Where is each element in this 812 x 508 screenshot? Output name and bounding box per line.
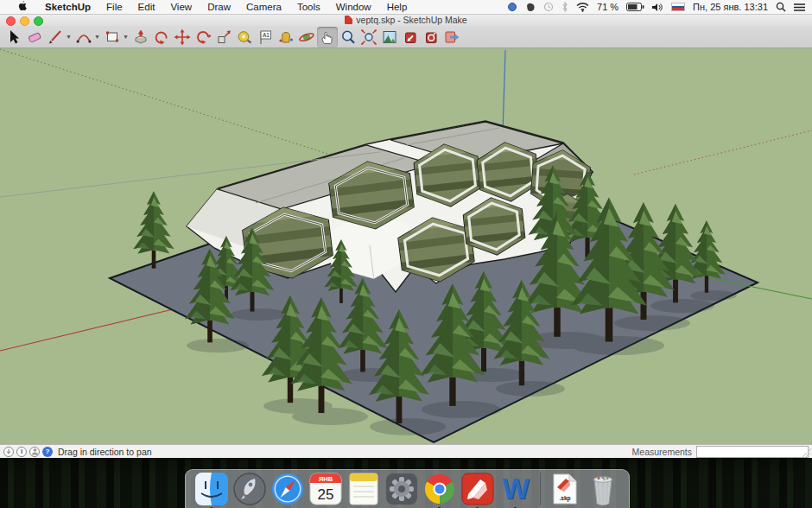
dock-item-calendar[interactable]: ЯНВ25 xyxy=(308,472,343,506)
measurements-label: Measurements xyxy=(632,447,692,457)
line-dropdown[interactable]: ▼ xyxy=(66,34,73,40)
wifi-icon[interactable] xyxy=(576,3,589,12)
viewport-canvas[interactable] xyxy=(0,48,812,444)
paint-bucket-icon xyxy=(277,29,295,46)
title-bar[interactable]: veptq.skp - SketchUp Make xyxy=(0,14,812,27)
sign-in-user-icon[interactable] xyxy=(29,447,40,457)
help-icon[interactable]: ? xyxy=(42,447,53,457)
dock-item-system-preferences[interactable] xyxy=(384,472,419,506)
tool-select[interactable] xyxy=(3,27,24,48)
battery-percent: 71 % xyxy=(597,2,619,12)
menu-camera[interactable]: Camera xyxy=(238,0,289,14)
tool-text[interactable]: A1 xyxy=(255,27,276,48)
input-language-flag-ru[interactable] xyxy=(671,3,685,11)
status-bar: i ? Drag in direction to pan Measurement… xyxy=(0,444,812,458)
dock-separator xyxy=(540,473,541,505)
document-icon xyxy=(345,16,352,24)
geolocation-icon[interactable] xyxy=(3,447,14,457)
notification-center-icon[interactable] xyxy=(794,3,805,12)
minimize-button[interactable] xyxy=(20,16,29,26)
menu-bar-left: SketchUp File Edit View Draw Camera Tool… xyxy=(0,0,415,15)
zoom-extents-icon xyxy=(360,29,377,46)
zoom-icon xyxy=(339,29,357,46)
notes-icon xyxy=(346,472,381,506)
arc-dropdown[interactable]: ▼ xyxy=(94,34,102,40)
tool-tape-measure[interactable] xyxy=(234,27,255,48)
status-hint: Drag in direction to pan xyxy=(58,447,152,457)
tool-arc[interactable] xyxy=(73,27,94,48)
tool-share-model[interactable] xyxy=(421,27,441,48)
zoom-window-button[interactable] xyxy=(34,16,43,26)
pan-hand-icon xyxy=(319,29,336,46)
share-model-icon xyxy=(422,29,440,46)
sketchup-icon xyxy=(460,472,495,506)
landscape-image-icon xyxy=(381,29,398,46)
toolbar: ▼ ▼ ▼ A1 xyxy=(0,26,812,48)
tool-eraser[interactable] xyxy=(24,27,45,48)
dock-item-skp-file[interactable]: .skp xyxy=(548,472,582,506)
tool-send-to-layout[interactable] xyxy=(441,27,462,48)
chrome-icon xyxy=(422,472,457,506)
move-icon xyxy=(174,29,191,46)
calendar-icon: ЯНВ25 xyxy=(308,472,343,506)
tool-line[interactable] xyxy=(45,27,66,48)
tool-pan[interactable] xyxy=(317,27,338,48)
svg-text:ЯНВ: ЯНВ xyxy=(319,475,333,483)
rectangle-dropdown[interactable]: ▼ xyxy=(123,34,130,40)
svg-text:25: 25 xyxy=(318,486,334,503)
menu-window[interactable]: Window xyxy=(328,0,379,14)
volume-icon[interactable] xyxy=(652,3,663,12)
credits-info-icon[interactable]: i xyxy=(16,447,27,457)
tool-scale[interactable] xyxy=(213,27,234,48)
viewport[interactable] xyxy=(0,48,812,444)
sketchup-window: veptq.skp - SketchUp Make ▼ ▼ ▼ A1 xyxy=(0,14,812,458)
tool-model-preview[interactable] xyxy=(379,27,400,48)
follow-me-icon xyxy=(153,29,170,46)
tool-rectangle[interactable] xyxy=(102,27,123,48)
dock-item-finder[interactable] xyxy=(194,472,229,506)
tool-zoom-extents[interactable] xyxy=(358,27,379,48)
evernote-icon[interactable] xyxy=(525,2,536,12)
menu-tools[interactable]: Tools xyxy=(289,0,328,14)
scale-icon xyxy=(215,29,232,46)
dock-item-trash[interactable] xyxy=(586,472,620,506)
dock-item-safari[interactable] xyxy=(270,472,305,506)
tool-zoom[interactable] xyxy=(338,27,358,48)
tool-orbit[interactable] xyxy=(296,27,317,48)
tool-paint-bucket[interactable] xyxy=(276,27,296,48)
measurements-input[interactable] xyxy=(696,446,809,458)
spotlight-search-icon[interactable] xyxy=(776,2,786,12)
tool-move[interactable] xyxy=(172,27,193,48)
dock-item-chrome[interactable] xyxy=(422,472,457,506)
menu-bar: SketchUp File Edit View Draw Camera Tool… xyxy=(0,0,812,15)
tool-rotate[interactable] xyxy=(193,27,213,48)
dock-item-notes[interactable] xyxy=(346,472,381,506)
tool-get-models[interactable] xyxy=(400,27,421,48)
dock-item-launchpad[interactable] xyxy=(232,472,267,506)
dock-item-word[interactable]: W xyxy=(498,472,533,506)
text-icon: A1 xyxy=(257,29,274,46)
close-button[interactable] xyxy=(6,16,16,26)
menu-draw[interactable]: Draw xyxy=(200,0,238,14)
menu-help[interactable]: Help xyxy=(379,0,416,14)
bluetooth-icon[interactable] xyxy=(561,2,568,12)
menu-sketchup[interactable]: SketchUp xyxy=(37,0,98,14)
rotate-icon xyxy=(194,29,212,46)
tool-push-pull[interactable] xyxy=(130,27,151,48)
app-status-icon[interactable] xyxy=(507,2,517,12)
launchpad-rocket-icon xyxy=(232,472,267,506)
svg-text:.skp: .skp xyxy=(559,495,570,502)
tool-follow-me[interactable] xyxy=(151,27,172,48)
battery-icon[interactable] xyxy=(626,3,644,11)
menu-bar-clock[interactable]: Пн, 25 янв. 13:31 xyxy=(693,2,768,12)
select-arrow-icon xyxy=(5,29,22,46)
dock-item-sketchup[interactable] xyxy=(460,472,495,506)
rectangle-icon xyxy=(104,29,121,46)
apple-menu[interactable] xyxy=(9,0,37,15)
time-machine-icon[interactable] xyxy=(543,2,554,12)
resize-grip[interactable] xyxy=(802,448,811,457)
menu-view[interactable]: View xyxy=(162,0,200,14)
menu-file[interactable]: File xyxy=(98,0,130,14)
get-models-icon xyxy=(402,29,419,46)
menu-edit[interactable]: Edit xyxy=(130,0,163,14)
